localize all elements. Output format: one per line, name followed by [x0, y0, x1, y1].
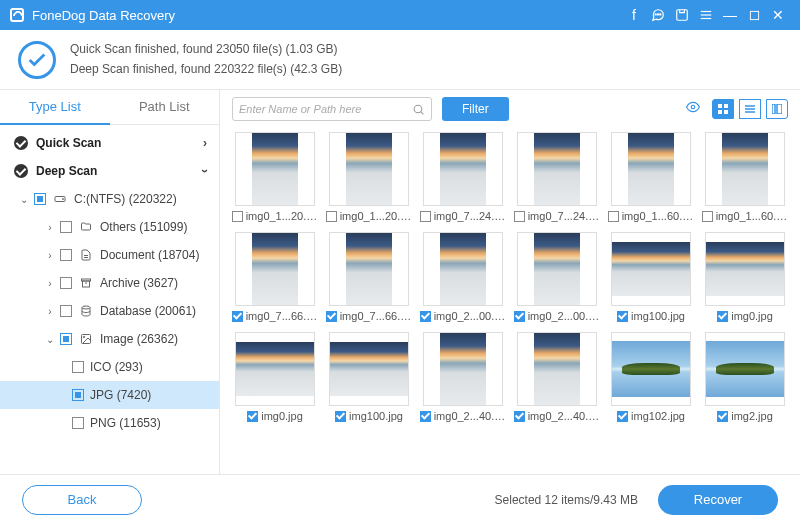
tree-image[interactable]: ⌄Image (26362) — [0, 325, 219, 353]
thumbnail — [705, 132, 785, 206]
file-name: img0_1...60.jpg — [716, 210, 788, 222]
file-checkbox[interactable] — [617, 311, 628, 322]
tree-ico[interactable]: ICO (293) — [0, 353, 219, 381]
file-item[interactable]: img2.jpg — [702, 332, 788, 422]
file-checkbox[interactable] — [232, 211, 243, 222]
tree-deep-scan[interactable]: Deep Scan› — [0, 157, 219, 185]
file-item[interactable]: img100.jpg — [326, 332, 412, 422]
file-checkbox[interactable] — [326, 211, 337, 222]
titlebar: FoneDog Data Recovery f — ✕ — [0, 0, 800, 30]
file-item[interactable]: img0_1...60.jpg — [608, 132, 694, 222]
file-label: img100.jpg — [617, 310, 685, 322]
tree-jpg[interactable]: JPG (7420) — [0, 381, 219, 409]
file-checkbox[interactable] — [326, 311, 337, 322]
archive-icon — [78, 276, 94, 290]
checkbox[interactable] — [72, 417, 84, 429]
file-item[interactable]: img0.jpg — [232, 332, 318, 422]
file-item[interactable]: img0_1...60.jpg — [702, 132, 788, 222]
checkbox-partial[interactable] — [72, 389, 84, 401]
filter-button[interactable]: Filter — [442, 97, 509, 121]
file-item[interactable]: img0.jpg — [702, 232, 788, 322]
thumbnail — [705, 232, 785, 306]
caret-down-icon: ⌄ — [44, 334, 56, 345]
file-checkbox[interactable] — [232, 311, 243, 322]
file-checkbox[interactable] — [420, 211, 431, 222]
file-checkbox[interactable] — [702, 211, 713, 222]
file-label: img0.jpg — [717, 310, 773, 322]
menu-icon[interactable] — [694, 3, 718, 27]
thumbnail — [423, 132, 503, 206]
caret-right-icon: › — [44, 306, 56, 317]
tree-document[interactable]: ›Document (18704) — [0, 241, 219, 269]
tab-type-list[interactable]: Type List — [0, 90, 110, 125]
file-label: img0_7...66.jpg — [326, 310, 412, 322]
file-item[interactable]: img0_1...20.jpg — [232, 132, 318, 222]
bullet-icon — [14, 136, 28, 150]
file-checkbox[interactable] — [420, 411, 431, 422]
svg-point-9 — [63, 199, 64, 200]
file-label: img0_1...20.jpg — [232, 210, 318, 222]
file-checkbox[interactable] — [617, 411, 628, 422]
close-icon[interactable]: ✕ — [766, 3, 790, 27]
save-icon[interactable] — [670, 3, 694, 27]
file-checkbox[interactable] — [335, 411, 346, 422]
preview-icon[interactable] — [684, 100, 702, 118]
file-item[interactable]: img0_2...00.jpg — [514, 232, 600, 322]
tree-archive[interactable]: ›Archive (3627) — [0, 269, 219, 297]
feedback-icon[interactable] — [646, 3, 670, 27]
file-checkbox[interactable] — [514, 311, 525, 322]
tree-quick-scan[interactable]: Quick Scan› — [0, 129, 219, 157]
file-item[interactable]: img0_2...00.jpg — [420, 232, 506, 322]
search-box[interactable] — [232, 97, 432, 121]
file-item[interactable]: img102.jpg — [608, 332, 694, 422]
file-checkbox[interactable] — [608, 211, 619, 222]
checkbox[interactable] — [60, 277, 72, 289]
file-item[interactable]: img0_2...40.jpg — [420, 332, 506, 422]
file-name: img0_2...00.jpg — [528, 310, 600, 322]
checkbox[interactable] — [60, 305, 72, 317]
checkbox[interactable] — [72, 361, 84, 373]
file-item[interactable]: img0_7...66.jpg — [232, 232, 318, 322]
svg-rect-29 — [777, 104, 782, 114]
deep-scan-status: Deep Scan finished, found 220322 file(s)… — [70, 60, 342, 79]
file-checkbox[interactable] — [514, 411, 525, 422]
search-input[interactable] — [239, 103, 412, 115]
file-item[interactable]: img100.jpg — [608, 232, 694, 322]
tree-png[interactable]: PNG (11653) — [0, 409, 219, 437]
file-item[interactable]: img0_7...24.jpg — [420, 132, 506, 222]
tree-others[interactable]: ›Others (151099) — [0, 213, 219, 241]
file-checkbox[interactable] — [420, 311, 431, 322]
file-checkbox[interactable] — [514, 211, 525, 222]
checkbox-partial[interactable] — [34, 193, 46, 205]
file-name: img0_2...40.jpg — [528, 410, 600, 422]
view-detail-button[interactable] — [766, 99, 788, 119]
tab-path-list[interactable]: Path List — [110, 90, 220, 124]
recover-button[interactable]: Recover — [658, 485, 778, 515]
facebook-icon[interactable]: f — [622, 3, 646, 27]
checkbox[interactable] — [60, 221, 72, 233]
maximize-icon[interactable] — [742, 3, 766, 27]
caret-right-icon: › — [44, 250, 56, 261]
file-label: img0_1...60.jpg — [608, 210, 694, 222]
svg-rect-21 — [718, 104, 722, 108]
file-checkbox[interactable] — [717, 411, 728, 422]
svg-rect-28 — [772, 104, 775, 114]
file-item[interactable]: img0_7...24.jpg — [514, 132, 600, 222]
file-grid: img0_1...20.jpgimg0_1...20.jpgimg0_7...2… — [220, 128, 800, 474]
tree-drive-c[interactable]: ⌄C:(NTFS) (220322) — [0, 185, 219, 213]
file-checkbox[interactable] — [247, 411, 258, 422]
thumbnail — [517, 232, 597, 306]
view-list-button[interactable] — [739, 99, 761, 119]
checkbox[interactable] — [60, 249, 72, 261]
file-item[interactable]: img0_1...20.jpg — [326, 132, 412, 222]
back-button[interactable]: Back — [22, 485, 142, 515]
view-grid-button[interactable] — [712, 99, 734, 119]
tree-database[interactable]: ›Database (20061) — [0, 297, 219, 325]
checkbox-partial[interactable] — [60, 333, 72, 345]
file-checkbox[interactable] — [717, 311, 728, 322]
file-item[interactable]: img0_2...40.jpg — [514, 332, 600, 422]
file-item[interactable]: img0_7...66.jpg — [326, 232, 412, 322]
svg-point-2 — [660, 14, 661, 15]
file-name: img0_7...24.jpg — [434, 210, 506, 222]
minimize-icon[interactable]: — — [718, 3, 742, 27]
